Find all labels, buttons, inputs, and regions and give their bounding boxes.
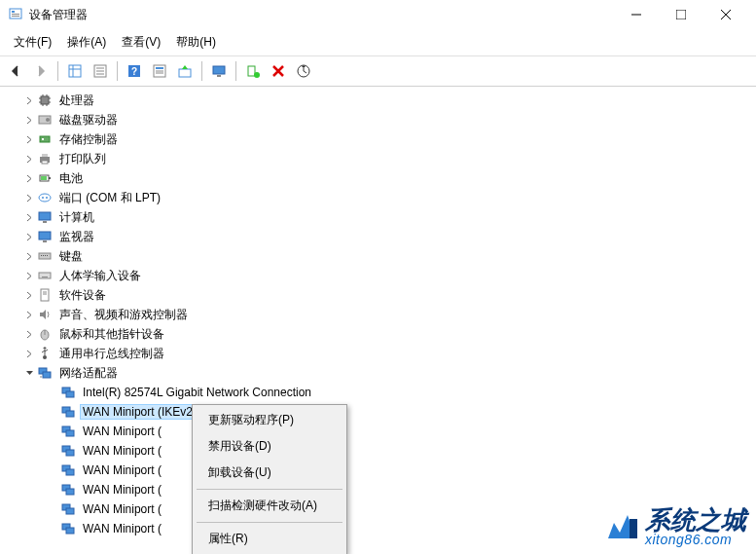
software-icon xyxy=(37,287,53,303)
svg-rect-56 xyxy=(45,255,46,256)
expander-none xyxy=(45,404,60,420)
expander-closed-icon[interactable] xyxy=(21,92,37,108)
minimize-button[interactable] xyxy=(614,0,659,29)
svg-rect-2 xyxy=(12,14,19,15)
tree-device-item[interactable]: WAN Miniport ( xyxy=(2,422,754,441)
tree-device-item[interactable]: Intel(R) 82574L Gigabit Network Connecti… xyxy=(2,383,754,402)
tree-category[interactable]: 鼠标和其他指针设备 xyxy=(2,324,754,344)
expander-closed-icon[interactable] xyxy=(21,112,37,128)
context-menu-item[interactable]: 卸载设备(U) xyxy=(195,460,344,486)
forward-button[interactable] xyxy=(29,59,53,83)
storage-icon xyxy=(37,131,53,147)
expander-closed-icon[interactable] xyxy=(21,307,37,322)
context-menu-item[interactable]: 扫描检测硬件改动(A) xyxy=(195,493,344,519)
monitor-button[interactable] xyxy=(207,59,231,83)
toolbar: ? xyxy=(0,56,756,87)
expander-closed-icon[interactable] xyxy=(21,209,37,225)
context-menu-item[interactable]: 禁用设备(D) xyxy=(195,433,344,460)
tree-category[interactable]: 网络适配器 xyxy=(2,363,754,383)
svg-rect-18 xyxy=(156,67,163,69)
expander-closed-icon[interactable] xyxy=(21,248,37,264)
tree-device-item[interactable]: WAN Miniport ( xyxy=(2,461,754,480)
context-menu-item[interactable]: 属性(R) xyxy=(195,526,344,552)
tree-category[interactable]: 键盘 xyxy=(2,246,754,266)
tree-device-item[interactable]: WAN Miniport ( xyxy=(2,441,754,461)
tree-category[interactable]: 软件设备 xyxy=(2,285,754,305)
network-adapter-icon xyxy=(60,482,76,498)
tree-device-item[interactable]: WAN Miniport ( xyxy=(2,480,754,499)
delete-button[interactable] xyxy=(267,59,290,83)
tree-category[interactable]: 人体学输入设备 xyxy=(2,266,754,285)
properties-button[interactable] xyxy=(148,59,171,83)
svg-point-47 xyxy=(42,197,44,199)
device-tree[interactable]: 处理器磁盘驱动器存储控制器打印队列电池端口 (COM 和 LPT)计算机监视器键… xyxy=(0,87,756,553)
network-adapter-icon xyxy=(60,385,76,400)
category-label: 监视器 xyxy=(56,228,97,246)
svg-rect-49 xyxy=(39,212,51,220)
uninstall-button[interactable] xyxy=(241,59,265,83)
svg-point-46 xyxy=(39,194,51,202)
category-label: 打印队列 xyxy=(56,150,109,168)
tree-category[interactable]: 声音、视频和游戏控制器 xyxy=(2,305,754,324)
showhide-button[interactable] xyxy=(63,59,87,83)
tree-category[interactable]: 存储控制器 xyxy=(2,129,754,149)
category-label: 计算机 xyxy=(56,208,97,227)
tree-category[interactable]: 磁盘驱动器 xyxy=(2,110,754,129)
device-label: WAN Miniport ( xyxy=(80,521,164,536)
tree-category[interactable]: 计算机 xyxy=(2,207,754,227)
computer-icon xyxy=(37,209,53,225)
tree-category[interactable]: 处理器 xyxy=(2,91,754,110)
svg-rect-39 xyxy=(42,138,44,140)
expander-closed-icon[interactable] xyxy=(21,151,37,166)
expander-closed-icon[interactable] xyxy=(21,170,37,186)
maximize-button[interactable] xyxy=(659,0,703,29)
details-button[interactable] xyxy=(89,59,112,83)
expander-closed-icon[interactable] xyxy=(21,346,37,361)
context-menu-item[interactable]: 更新驱动程序(P) xyxy=(195,407,344,433)
tree-category[interactable]: 监视器 xyxy=(2,227,754,246)
close-button[interactable] xyxy=(703,0,748,29)
category-label: 键盘 xyxy=(56,247,86,266)
expander-closed-icon[interactable] xyxy=(21,190,37,205)
svg-rect-22 xyxy=(213,66,225,74)
expander-closed-icon[interactable] xyxy=(21,326,37,342)
expander-closed-icon[interactable] xyxy=(21,131,37,147)
tree-category[interactable]: 打印队列 xyxy=(2,149,754,168)
tree-category[interactable]: 端口 (COM 和 LPT) xyxy=(2,188,754,207)
help-button[interactable]: ? xyxy=(123,59,146,83)
svg-rect-54 xyxy=(41,255,42,256)
update-button[interactable] xyxy=(173,59,197,83)
window-controls xyxy=(614,0,748,29)
tree-device-item[interactable]: WAN Miniport ( xyxy=(2,519,754,538)
category-label: 鼠标和其他指针设备 xyxy=(56,325,167,344)
tree-device-item[interactable]: WAN Miniport ( xyxy=(2,499,754,519)
scan-button[interactable] xyxy=(292,59,315,83)
svg-rect-57 xyxy=(47,255,48,256)
svg-point-48 xyxy=(46,197,48,199)
svg-rect-41 xyxy=(42,154,48,157)
back-button[interactable] xyxy=(4,59,27,83)
port-icon xyxy=(37,190,53,205)
expander-open-icon[interactable] xyxy=(21,365,37,381)
tree-device-item[interactable]: WAN Miniport (IKEv2) xyxy=(2,402,754,422)
tree-category[interactable]: 电池 xyxy=(2,168,754,188)
expander-closed-icon[interactable] xyxy=(21,229,37,244)
menu-action[interactable]: 操作(A) xyxy=(59,31,114,54)
expander-none xyxy=(45,521,60,536)
usb-icon xyxy=(37,346,53,361)
svg-rect-83 xyxy=(66,508,74,514)
category-label: 处理器 xyxy=(56,92,97,110)
svg-point-37 xyxy=(46,118,50,122)
network-adapter-icon xyxy=(60,521,76,536)
tree-category[interactable]: 通用串行总线控制器 xyxy=(2,344,754,363)
context-menu: 更新驱动程序(P)禁用设备(D)卸载设备(U)扫描检测硬件改动(A)属性(R) xyxy=(192,404,347,554)
menu-file[interactable]: 文件(F) xyxy=(6,31,59,54)
menu-help[interactable]: 帮助(H) xyxy=(168,31,224,54)
svg-rect-51 xyxy=(39,232,51,240)
menu-view[interactable]: 查看(V) xyxy=(114,31,168,54)
svg-rect-44 xyxy=(49,177,51,179)
expander-closed-icon[interactable] xyxy=(21,287,37,303)
keyboard-icon xyxy=(37,248,53,264)
expander-closed-icon[interactable] xyxy=(21,268,37,283)
device-label: WAN Miniport ( xyxy=(80,424,164,439)
